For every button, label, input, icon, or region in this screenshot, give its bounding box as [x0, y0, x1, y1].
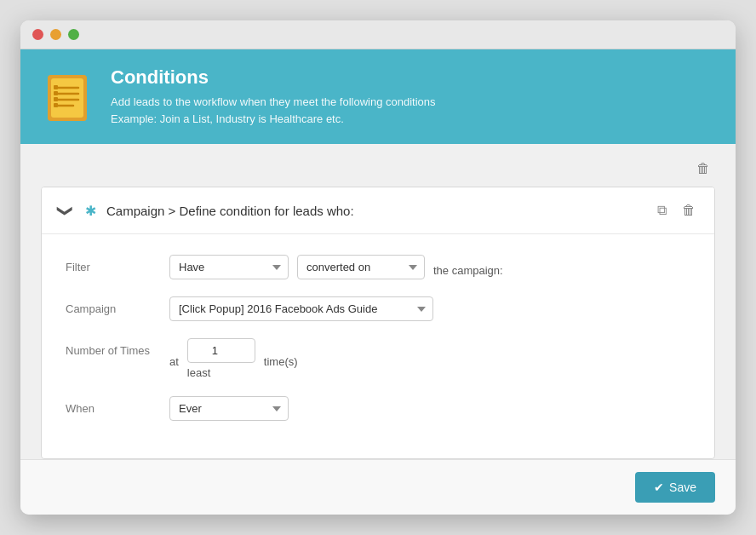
least-text: least — [187, 366, 255, 379]
title-bar — [20, 20, 736, 49]
campaign-label: Campaign — [66, 296, 159, 315]
header-title: Conditions — [111, 66, 436, 89]
number-column: least — [187, 338, 255, 379]
svg-rect-9 — [54, 97, 58, 101]
card-actions: ⧉ 🗑 — [652, 199, 701, 221]
save-checkmark-icon: ✔ — [654, 480, 664, 494]
header-text: Conditions Add leads to the workflow whe… — [111, 66, 436, 127]
campaign-controls: [Click Popup] 2016 Facebook Ads Guide — [169, 296, 433, 321]
campaign-row: Campaign [Click Popup] 2016 Facebook Ads… — [66, 296, 690, 321]
conditions-icon — [41, 70, 95, 124]
card-title: Campaign > Define condition for leads wh… — [106, 204, 642, 218]
condition-card: ❯ ✱ Campaign > Define condition for lead… — [41, 187, 715, 459]
svg-rect-7 — [54, 85, 58, 89]
number-controls: at least time(s) — [169, 338, 298, 379]
filter-controls: Have Have Not converted on clicked opene… — [169, 255, 503, 279]
close-button[interactable] — [32, 29, 43, 40]
svg-rect-10 — [54, 103, 58, 107]
campaign-select[interactable]: [Click Popup] 2016 Facebook Ads Guide — [169, 296, 433, 321]
save-button[interactable]: ✔ Save — [635, 472, 715, 503]
delete-button[interactable]: 🗑 — [677, 199, 701, 221]
have-select[interactable]: Have Have Not — [169, 255, 289, 279]
header-banner: Conditions Add leads to the workflow whe… — [20, 49, 736, 144]
when-row: When Ever Last 7 days Last 30 days Last … — [66, 396, 690, 421]
header-description: Add leads to the workflow when they meet… — [111, 94, 436, 127]
card-body: Filter Have Have Not converted on clicke… — [42, 234, 714, 458]
top-delete-button[interactable]: 🗑 — [691, 158, 715, 180]
number-input[interactable] — [187, 338, 255, 363]
card-header: ❯ ✱ Campaign > Define condition for lead… — [42, 187, 714, 234]
main-content: 🗑 ❯ ✱ Campaign > Define condition for le… — [20, 144, 736, 459]
number-of-times-label: Number of Times — [66, 338, 159, 357]
the-campaign-text: the campaign: — [433, 258, 503, 277]
gear-icon: ✱ — [85, 203, 96, 219]
times-text: time(s) — [264, 349, 298, 368]
when-select[interactable]: Ever Last 7 days Last 30 days Last 90 da… — [169, 396, 289, 421]
save-label: Save — [669, 480, 696, 494]
footer: ✔ Save — [20, 459, 736, 515]
chevron-down-button[interactable]: ❯ — [56, 201, 75, 221]
when-controls: Ever Last 7 days Last 30 days Last 90 da… — [169, 396, 289, 421]
number-of-times-row: Number of Times at least time(s) — [66, 338, 690, 379]
when-label: When — [66, 396, 159, 415]
copy-button[interactable]: ⧉ — [652, 199, 672, 221]
delete-top-icon: 🗑 — [696, 161, 710, 175]
filter-label: Filter — [66, 255, 159, 273]
minimize-button[interactable] — [50, 29, 61, 40]
at-text: at — [169, 349, 179, 368]
chevron-down-icon: ❯ — [56, 204, 75, 217]
copy-icon: ⧉ — [657, 203, 667, 217]
app-window: Conditions Add leads to the workflow whe… — [20, 20, 736, 515]
converted-select[interactable]: converted on clicked opened subscribed — [297, 255, 425, 279]
svg-rect-8 — [54, 91, 58, 95]
delete-icon: 🗑 — [682, 203, 696, 217]
maximize-button[interactable] — [68, 29, 79, 40]
filter-row: Filter Have Have Not converted on clicke… — [66, 255, 690, 279]
top-delete-row: 🗑 — [41, 158, 715, 180]
